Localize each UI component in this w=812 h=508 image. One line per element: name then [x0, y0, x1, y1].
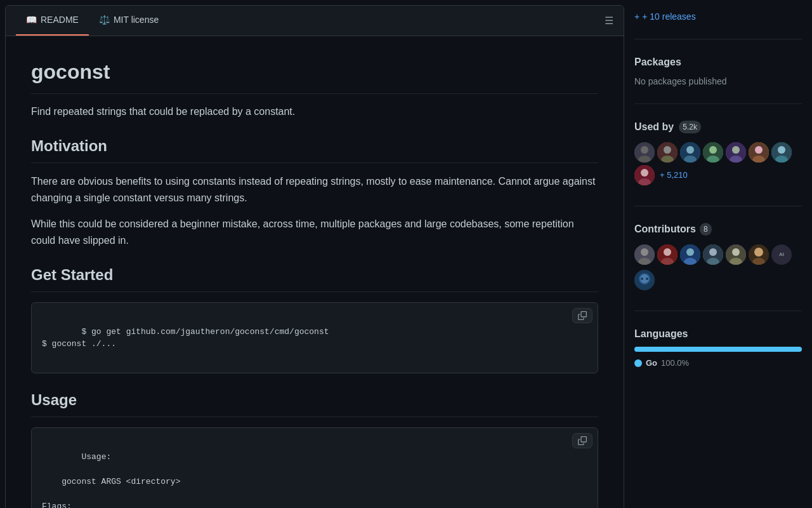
sidebar: + + 10 releases Packages No packages pub…	[624, 0, 812, 508]
contributors-count-badge: 8	[700, 223, 712, 236]
svg-point-25	[641, 248, 648, 256]
copy-button-1[interactable]	[572, 308, 593, 323]
used-by-section: Used by 5.2k	[634, 119, 802, 206]
svg-point-40	[754, 248, 763, 257]
language-name: Go	[646, 357, 657, 370]
svg-point-37	[732, 248, 740, 256]
tab-license[interactable]: ⚖️ MIT license	[89, 6, 169, 36]
language-dot	[634, 359, 642, 367]
releases-link[interactable]: + + 10 releases	[634, 10, 802, 23]
contributor-5[interactable]	[726, 244, 746, 265]
contributors-section: Contributors 8	[634, 222, 802, 311]
contributor-6[interactable]	[749, 244, 769, 265]
readme-description: Find repeated strings that could be repl…	[31, 104, 598, 119]
releases-plus-icon: +	[634, 10, 639, 23]
svg-point-34	[709, 248, 717, 256]
license-icon: ⚖️	[99, 13, 110, 27]
avatar-6[interactable]	[749, 142, 769, 163]
releases-text: + 10 releases	[642, 10, 695, 23]
code-content-1: $ go get github.com/jgautheron/goconst/c…	[42, 327, 329, 349]
tab-readme-label: README	[41, 13, 79, 27]
readme-title: goconst	[31, 57, 598, 94]
svg-point-16	[755, 146, 763, 154]
avatar-1[interactable]	[634, 142, 655, 163]
no-packages-text: No packages published	[634, 75, 802, 88]
code-block-get-started: $ go get github.com/jgautheron/goconst/c…	[31, 302, 598, 373]
tab-readme[interactable]: 📖 README	[16, 6, 89, 36]
usage-heading: Usage	[31, 389, 598, 417]
get-started-heading: Get Started	[31, 264, 598, 292]
avatar-7[interactable]	[771, 142, 792, 163]
contributor-1[interactable]	[634, 244, 655, 265]
language-bar	[634, 347, 802, 352]
main-content: 📖 README ⚖️ MIT license ☰ goconst Find r…	[5, 5, 624, 508]
svg-point-44	[641, 277, 643, 280]
language-item: Go 100.0%	[634, 357, 802, 370]
languages-heading: Languages	[634, 326, 802, 342]
readme-body: goconst Find repeated strings that could…	[6, 36, 624, 508]
language-pct: 100.0%	[661, 357, 689, 370]
motivation-p2: While this could be considered a beginne…	[31, 216, 598, 248]
svg-point-45	[646, 277, 648, 280]
motivation-p1: There are obvious benefits to using cons…	[31, 173, 598, 206]
avatar-8[interactable]	[634, 165, 655, 185]
svg-point-31	[686, 248, 694, 256]
motivation-heading: Motivation	[31, 135, 598, 163]
readme-icon: 📖	[26, 13, 37, 27]
copy-button-2[interactable]	[572, 433, 593, 448]
list-icon[interactable]: ☰	[605, 13, 613, 29]
svg-point-4	[664, 146, 671, 154]
avatar-4[interactable]	[703, 142, 723, 163]
packages-section: Packages No packages published	[634, 55, 802, 104]
contributor-4[interactable]	[703, 244, 723, 265]
code-block-usage: Usage: goconst ARGS <directory> Flags: -…	[31, 427, 598, 508]
svg-point-1	[641, 146, 648, 154]
contributor-2[interactable]	[657, 244, 678, 265]
contributors-avatars: AI	[634, 244, 802, 265]
contributors-heading: Contributors	[634, 222, 696, 237]
languages-section: Languages Go 100.0%	[634, 326, 802, 385]
avatar-5[interactable]	[726, 142, 746, 163]
used-by-heading: Used by	[634, 119, 674, 135]
used-by-count-badge: 5.2k	[679, 121, 701, 133]
svg-point-19	[778, 146, 785, 154]
svg-point-28	[664, 248, 671, 256]
svg-point-10	[709, 146, 717, 154]
tab-bar: 📖 README ⚖️ MIT license ☰	[6, 6, 624, 36]
svg-point-22	[641, 169, 648, 177]
used-by-plus-link[interactable]: + 5,210	[660, 169, 688, 182]
used-by-avatars: + 5,210	[634, 142, 802, 185]
contributors-row-2	[634, 270, 802, 290]
code-content-2: Usage: goconst ARGS <directory> Flags: -…	[42, 452, 468, 508]
contributor-3[interactable]	[680, 244, 700, 265]
releases-section: + + 10 releases	[634, 10, 802, 39]
avatar-3[interactable]	[680, 142, 700, 163]
contributor-7[interactable]: AI	[771, 244, 792, 265]
avatar-2[interactable]	[657, 142, 678, 163]
tab-license-label: MIT license	[114, 13, 159, 27]
contributor-8[interactable]	[634, 270, 655, 290]
svg-point-13	[732, 146, 740, 154]
packages-heading: Packages	[634, 55, 802, 70]
svg-point-7	[686, 146, 694, 154]
